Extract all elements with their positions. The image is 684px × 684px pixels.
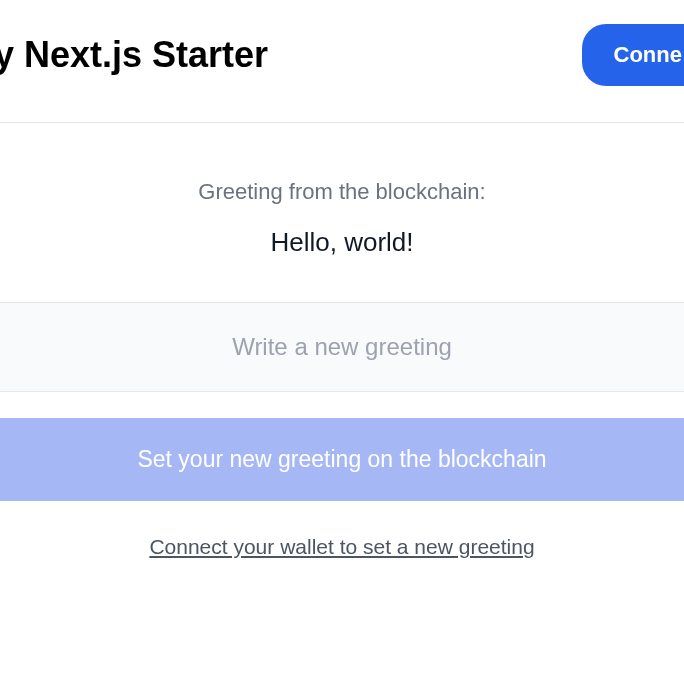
greeting-value: Hello, world! [0,227,684,258]
set-greeting-button[interactable]: Set your new greeting on the blockchain [0,418,684,501]
connect-link-wrapper: Connect your wallet to set a new greetin… [0,535,684,559]
greeting-input[interactable] [0,303,684,391]
greeting-input-wrapper [0,302,684,392]
greeting-section: Greeting from the blockchain: Hello, wor… [0,123,684,302]
greeting-label: Greeting from the blockchain: [0,179,684,205]
page-title: idity Next.js Starter [0,34,268,76]
connect-wallet-button[interactable]: Conne [582,24,684,86]
header: idity Next.js Starter Conne [0,0,684,123]
connect-wallet-link[interactable]: Connect your wallet to set a new greetin… [149,535,534,558]
